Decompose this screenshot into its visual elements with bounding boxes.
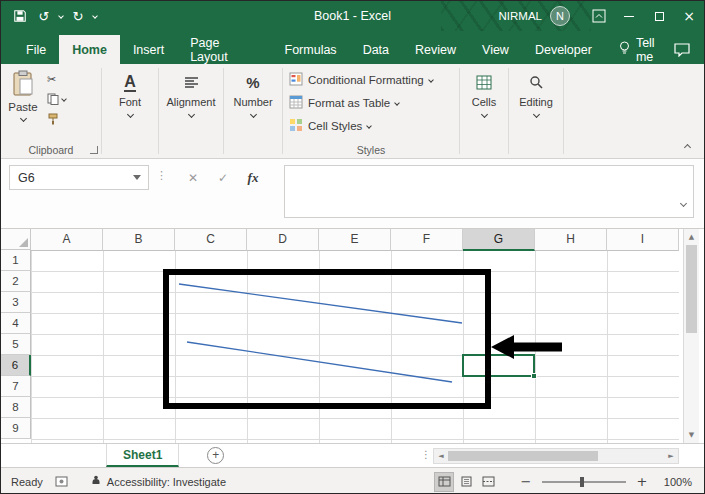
normal-view-button[interactable] — [434, 472, 454, 492]
ribbon-tab-row: File Home Insert Page Layout Formulas Da… — [1, 31, 704, 64]
name-box-dropdown-icon[interactable] — [133, 175, 141, 180]
cells-icon — [476, 72, 492, 92]
column-header-i[interactable]: I — [607, 229, 679, 251]
tab-file[interactable]: File — [13, 35, 59, 64]
vertical-scroll-thumb[interactable] — [686, 245, 697, 333]
quick-access-toolbar: ↺ ↻ — [1, 6, 97, 26]
cell-styles-dropdown-icon — [366, 123, 372, 129]
scroll-up-icon[interactable]: ▲ — [684, 233, 699, 241]
tab-formulas[interactable]: Formulas — [272, 35, 350, 64]
comment-icon[interactable] — [674, 35, 690, 64]
row-header-8[interactable]: 8 — [1, 397, 31, 418]
sheet-tab-sheet1[interactable]: Sheet1 — [106, 444, 179, 467]
tab-insert[interactable]: Insert — [120, 35, 177, 64]
editing-group-button[interactable]: Editing — [509, 64, 563, 158]
alignment-group-button[interactable]: Alignment — [159, 64, 223, 158]
row-header-4[interactable]: 4 — [1, 313, 31, 334]
zoom-slider[interactable] — [542, 481, 626, 483]
clipboard-dialog-launcher[interactable] — [90, 146, 98, 154]
ribbon-display-options-icon[interactable] — [584, 1, 614, 31]
tab-review[interactable]: Review — [402, 35, 469, 64]
customize-qat-icon[interactable] — [92, 13, 98, 19]
row-header-5[interactable]: 5 — [1, 334, 31, 355]
undo-dropdown-icon[interactable] — [58, 13, 64, 19]
row-header-1[interactable]: 1 — [1, 250, 31, 271]
tell-me-box[interactable]: Tell me — [619, 35, 674, 64]
tab-home[interactable]: Home — [59, 35, 120, 64]
zoom-in-button[interactable]: + — [634, 474, 650, 489]
font-dropdown-icon — [126, 111, 133, 118]
scroll-right-icon[interactable]: ► — [664, 452, 678, 460]
column-header-f[interactable]: F — [391, 229, 463, 251]
worksheet-area: A B C D E F G H I 1 2 3 4 5 6 7 8 9 — [1, 229, 704, 443]
tab-developer[interactable]: Developer — [522, 35, 605, 64]
column-header-a[interactable]: A — [31, 229, 103, 251]
column-header-e[interactable]: E — [319, 229, 391, 251]
column-header-b[interactable]: B — [103, 229, 175, 251]
row-headers: 1 2 3 4 5 6 7 8 9 — [1, 250, 31, 439]
zoom-slider-thumb[interactable] — [580, 477, 584, 487]
tab-view[interactable]: View — [469, 35, 522, 64]
format-as-table-button[interactable]: Format as Table — [283, 93, 459, 113]
cells-group-button[interactable]: Cells — [460, 64, 508, 158]
annotation-arrow-left[interactable] — [1, 229, 704, 443]
page-layout-view-button[interactable] — [456, 472, 476, 492]
name-box[interactable]: G6 — [9, 165, 149, 190]
page-break-view-button[interactable] — [478, 472, 498, 492]
scrollbar-splitter[interactable]: ⋮ — [421, 449, 431, 460]
maximize-button[interactable] — [644, 1, 674, 31]
column-header-d[interactable]: D — [247, 229, 319, 251]
save-icon[interactable] — [11, 6, 29, 26]
macro-record-icon[interactable] — [55, 476, 68, 487]
enter-icon[interactable]: ✓ — [211, 165, 235, 190]
column-header-g-selected[interactable]: G — [463, 229, 535, 251]
row-header-3[interactable]: 3 — [1, 292, 31, 313]
tab-page-layout[interactable]: Page Layout — [177, 35, 271, 64]
tab-data[interactable]: Data — [350, 35, 402, 64]
paste-dropdown-icon[interactable] — [19, 115, 26, 122]
accessibility-checker[interactable]: Accessibility: Investigate — [90, 475, 226, 489]
number-dropdown-icon — [249, 111, 256, 118]
cell-mode-indicator[interactable]: Ready — [11, 476, 43, 488]
add-sheet-button[interactable]: + — [207, 447, 224, 464]
user-avatar[interactable]: N — [550, 6, 570, 26]
formula-input[interactable] — [284, 165, 694, 218]
editing-dropdown-icon — [532, 111, 539, 118]
copy-button[interactable] — [45, 92, 66, 106]
collapse-ribbon-button[interactable] — [684, 144, 691, 151]
row-header-2[interactable]: 2 — [1, 271, 31, 292]
font-icon: A — [124, 72, 136, 92]
cell-styles-button[interactable]: Cell Styles — [283, 116, 459, 136]
column-header-h[interactable]: H — [535, 229, 607, 251]
font-group-button[interactable]: A Font — [102, 64, 158, 158]
scroll-left-icon[interactable]: ◄ — [434, 452, 448, 460]
vertical-scrollbar[interactable]: ▲ ▼ — [683, 229, 699, 443]
row-header-9[interactable]: 9 — [1, 418, 31, 439]
horizontal-scrollbar[interactable]: ◄ ► — [433, 448, 679, 464]
user-name[interactable]: NIRMAL — [499, 10, 542, 22]
formula-bar-row: G6 ⋮ ✕ ✓ fx — [1, 159, 704, 229]
cut-button[interactable]: ✂ — [45, 72, 66, 86]
insert-function-button[interactable]: fx — [241, 165, 265, 190]
minimize-button[interactable] — [614, 1, 644, 31]
zoom-percentage[interactable]: 100% — [658, 476, 692, 488]
horizontal-scroll-thumb[interactable] — [448, 451, 598, 461]
cell-styles-icon — [289, 118, 303, 134]
format-as-table-dropdown-icon — [394, 100, 400, 106]
conditional-formatting-button[interactable]: Conditional Formatting — [283, 70, 459, 90]
paste-button[interactable]: Paste — [1, 64, 45, 141]
row-header-7[interactable]: 7 — [1, 376, 31, 397]
redo-button[interactable]: ↻ — [69, 6, 87, 26]
view-shortcuts — [434, 472, 498, 492]
paste-clipboard-icon — [12, 70, 34, 98]
cancel-icon[interactable]: ✕ — [181, 165, 205, 190]
zoom-out-button[interactable]: − — [518, 474, 534, 489]
close-button[interactable]: × — [674, 1, 704, 31]
undo-button[interactable]: ↺ — [35, 6, 53, 26]
format-painter-button[interactable] — [45, 112, 66, 126]
ribbon: Paste ✂ Clipboard A F — [1, 64, 704, 159]
number-group-button[interactable]: % Number — [224, 64, 282, 158]
scroll-down-icon[interactable]: ▼ — [684, 431, 699, 439]
column-header-c[interactable]: C — [175, 229, 247, 251]
row-header-6-selected[interactable]: 6 — [1, 355, 31, 376]
